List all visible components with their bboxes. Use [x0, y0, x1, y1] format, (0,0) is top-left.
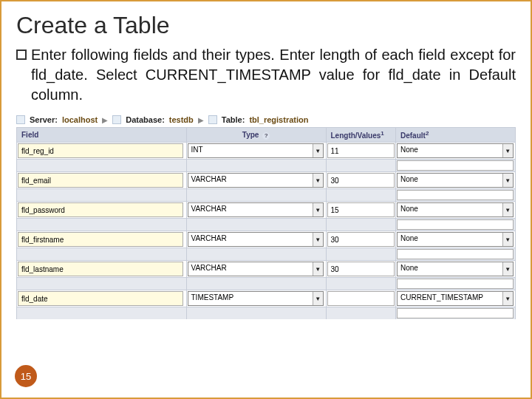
length-input[interactable] [327, 202, 395, 217]
chevron-down-icon: ▼ [313, 144, 323, 157]
default-select-value: None [398, 174, 502, 187]
type-select[interactable]: VARCHAR▼ [188, 232, 324, 247]
field-name-input[interactable] [18, 232, 183, 247]
default-select[interactable]: None▼ [397, 143, 514, 158]
server-icon [16, 115, 25, 124]
table-row-spacer [17, 189, 516, 202]
default-select[interactable]: None▼ [397, 232, 514, 247]
type-select-value: VARCHAR [188, 233, 313, 246]
type-select[interactable]: INT▼ [188, 143, 324, 158]
table-row-spacer [17, 160, 516, 172]
default-select-value: None [398, 262, 502, 276]
default-value-input[interactable] [397, 219, 514, 230]
default-select[interactable]: CURRENT_TIMESTAMP▼ [397, 291, 514, 306]
type-select[interactable]: TIMESTAMP▼ [188, 291, 324, 306]
default-value-input[interactable] [397, 160, 514, 171]
database-icon [112, 115, 121, 124]
length-input[interactable] [327, 262, 395, 276]
header-field: Field [17, 128, 187, 143]
length-input[interactable] [327, 173, 395, 188]
length-input[interactable] [327, 143, 395, 158]
chevron-down-icon: ▼ [502, 174, 513, 187]
chevron-down-icon: ▼ [313, 174, 323, 187]
server-label: Server: [30, 115, 58, 124]
default-select-value: CURRENT_TIMESTAMP [398, 292, 502, 305]
table-row: VARCHAR▼None▼ [17, 202, 516, 219]
table-row: VARCHAR▼None▼ [17, 172, 516, 189]
table-row-spacer [17, 219, 516, 231]
default-select[interactable]: None▼ [397, 202, 514, 217]
table-icon [208, 115, 217, 124]
server-value[interactable]: localhost [62, 115, 98, 124]
type-select-value: TIMESTAMP [188, 292, 313, 305]
chevron-down-icon: ▼ [313, 233, 323, 246]
default-value-input[interactable] [397, 308, 514, 318]
default-value-input[interactable] [397, 249, 514, 259]
default-value-input[interactable] [397, 279, 514, 289]
instruction-text: Enter following fields and their types. … [31, 45, 516, 105]
type-select[interactable]: VARCHAR▼ [188, 202, 324, 217]
chevron-down-icon: ▼ [313, 203, 323, 216]
instruction-block: Enter following fields and their types. … [16, 45, 516, 112]
page-title: Create a Table [16, 12, 516, 39]
type-select[interactable]: VARCHAR▼ [188, 262, 324, 276]
bullet-square-icon [16, 50, 27, 60]
header-default: Default2 [396, 128, 516, 143]
length-input[interactable] [327, 232, 395, 247]
default-value-input[interactable] [397, 190, 514, 200]
chevron-down-icon: ▼ [502, 233, 513, 246]
type-select-value: VARCHAR [188, 203, 313, 216]
default-select-value: None [398, 144, 502, 157]
field-name-input[interactable] [18, 143, 183, 158]
default-select-value: None [398, 203, 502, 216]
type-select[interactable]: VARCHAR▼ [188, 173, 324, 188]
type-select-value: VARCHAR [188, 174, 313, 187]
type-select-value: VARCHAR [188, 262, 313, 276]
table-row-spacer [17, 307, 516, 320]
help-icon[interactable]: ? [262, 132, 270, 140]
default-select[interactable]: None▼ [397, 262, 514, 276]
table-value[interactable]: tbl_registration [249, 115, 308, 124]
field-name-input[interactable] [18, 291, 183, 306]
database-value[interactable]: testdb [169, 115, 194, 124]
chevron-down-icon: ▼ [502, 292, 513, 305]
page-number-badge: 15 [15, 365, 37, 387]
type-select-value: INT [188, 144, 313, 157]
length-input[interactable] [327, 291, 395, 306]
field-name-input[interactable] [18, 173, 183, 188]
table-row: VARCHAR▼None▼ [17, 261, 516, 278]
table-label: Table: [222, 115, 245, 124]
breadcrumb: Server: localhost ▶ Database: testdb ▶ T… [16, 115, 516, 124]
chevron-right-icon: ▶ [198, 116, 204, 124]
chevron-down-icon: ▼ [502, 144, 513, 157]
chevron-down-icon: ▼ [502, 262, 513, 276]
field-name-input[interactable] [18, 262, 183, 276]
table-header-row: Field Type ? Length/Values1 Default2 [17, 128, 516, 143]
default-select[interactable]: None▼ [397, 173, 514, 188]
header-length: Length/Values1 [326, 128, 396, 143]
header-type: Type ? [186, 128, 326, 143]
slide-frame: Create a Table Enter following fields an… [0, 0, 532, 399]
columns-editor-table: Field Type ? Length/Values1 Default2 INT… [16, 127, 516, 319]
database-label: Database: [126, 115, 165, 124]
table-row-spacer [17, 278, 516, 290]
chevron-down-icon: ▼ [313, 262, 323, 276]
table-row-spacer [17, 248, 516, 261]
chevron-right-icon: ▶ [102, 116, 108, 124]
default-select-value: None [398, 233, 502, 246]
field-name-input[interactable] [18, 202, 183, 217]
table-row: INT▼None▼ [17, 143, 516, 160]
chevron-down-icon: ▼ [313, 292, 323, 305]
table-row: TIMESTAMP▼CURRENT_TIMESTAMP▼ [17, 290, 516, 307]
chevron-down-icon: ▼ [502, 203, 513, 216]
table-row: VARCHAR▼None▼ [17, 231, 516, 248]
